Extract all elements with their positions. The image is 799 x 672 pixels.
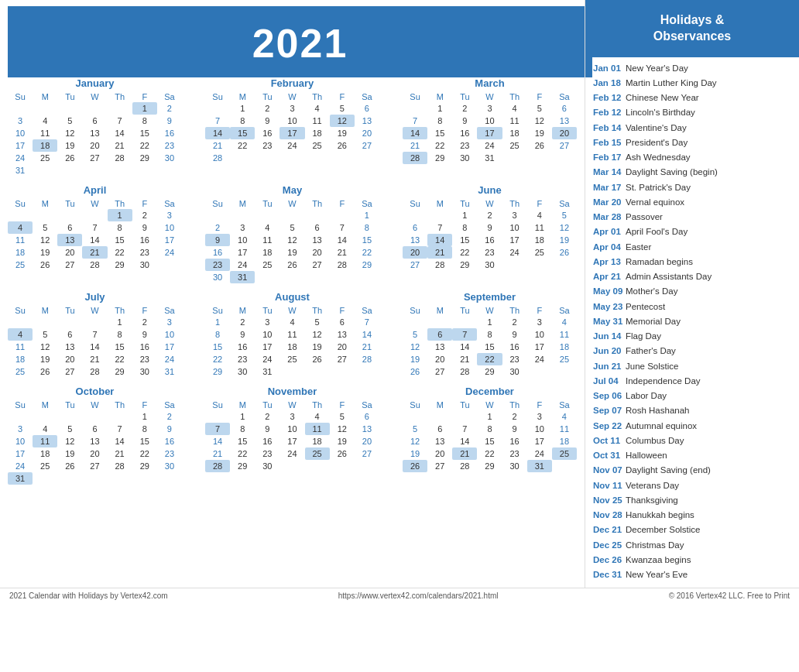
cal-day (255, 271, 279, 283)
cal-day: 6 (82, 115, 107, 127)
day-header-su: Su (205, 91, 230, 102)
cal-day: 5 (305, 316, 330, 328)
cal-day (57, 102, 82, 115)
day-header-m: M (427, 91, 452, 102)
cal-day: 5 (57, 423, 82, 435)
cal-day (157, 164, 182, 177)
holiday-date: Feb 12 (593, 91, 626, 105)
cal-day: 20 (355, 435, 379, 447)
cal-day: 29 (205, 365, 230, 378)
cal-day: 25 (502, 139, 527, 152)
cal-day: 6 (355, 410, 379, 423)
day-header-m: M (230, 399, 255, 410)
cal-day: 17 (279, 127, 304, 139)
cal-day: 5 (403, 328, 427, 341)
holiday-name: Ramadan begins (626, 255, 693, 269)
cal-day (552, 460, 577, 472)
cal-day: 26 (403, 460, 427, 472)
holiday-date: Dec 26 (593, 554, 626, 567)
cal-day: 7 (82, 328, 107, 341)
day-header-w: W (82, 305, 107, 316)
day-header-sa: Sa (355, 198, 379, 209)
cal-day: 8 (427, 115, 452, 127)
cal-day: 3 (477, 102, 502, 115)
cal-day (255, 209, 279, 221)
day-header-th: Th (502, 198, 527, 209)
cal-day: 2 (157, 410, 182, 423)
cal-day (403, 209, 427, 221)
holiday-item: Jul 04Independence Day (593, 375, 791, 388)
day-header-su: Su (403, 399, 427, 410)
cal-day (33, 410, 57, 423)
day-header-th: Th (305, 305, 330, 316)
cal-day: 26 (279, 259, 304, 271)
cal-day: 29 (132, 460, 157, 472)
cal-day: 9 (502, 423, 527, 435)
cal-day: 4 (33, 115, 57, 127)
cal-day: 22 (132, 139, 157, 152)
cal-day: 13 (427, 341, 452, 353)
month-title-february: February (205, 77, 379, 89)
cal-day (57, 472, 82, 485)
cal-day: 6 (427, 423, 452, 435)
cal-day: 29 (108, 259, 132, 271)
cal-day (305, 365, 330, 378)
holiday-item: Sep 07Rosh Hashanah (593, 404, 791, 417)
month-title-may: May (205, 184, 379, 196)
holiday-date: Jun 21 (593, 360, 626, 373)
cal-table-november: SuMTuWThFSa12345678910111213141516171819… (205, 399, 379, 472)
holiday-date: Oct 31 (593, 449, 626, 462)
day-header-w: W (279, 399, 304, 410)
holiday-name: Veterans Day (626, 479, 679, 492)
cal-day: 14 (108, 127, 132, 139)
cal-day: 21 (82, 353, 107, 365)
cal-day: 2 (205, 221, 230, 234)
day-header-th: Th (108, 198, 132, 209)
cal-day: 4 (552, 316, 577, 328)
months-container: JanuarySuMTuWThFSa1234567891011121314151… (8, 77, 577, 485)
day-header-f: F (330, 305, 355, 316)
cal-day: 28 (452, 365, 477, 378)
day-header-tu: Tu (57, 91, 82, 102)
cal-day: 1 (132, 410, 157, 423)
cal-day: 20 (57, 246, 82, 259)
cal-day: 11 (305, 423, 330, 435)
cal-day: 19 (527, 127, 552, 139)
cal-day: 7 (205, 115, 230, 127)
cal-table-july: SuMTuWThFSa12345678910111213141516171819… (8, 305, 182, 378)
holiday-name: Independence Day (626, 375, 701, 388)
cal-day: 29 (427, 152, 452, 164)
cal-day: 9 (452, 115, 477, 127)
cal-day: 28 (82, 259, 107, 271)
cal-day: 30 (205, 271, 230, 283)
cal-day: 26 (305, 353, 330, 365)
cal-day: 21 (355, 341, 379, 353)
cal-day: 26 (57, 460, 82, 472)
holiday-name: Ash Wednesday (626, 151, 691, 164)
cal-day: 3 (527, 410, 552, 423)
cal-day: 13 (355, 423, 379, 435)
holiday-item: May 31Memorial Day (593, 315, 791, 328)
cal-day (330, 209, 355, 221)
cal-day: 2 (452, 102, 477, 115)
cal-day: 28 (403, 152, 427, 164)
cal-day: 31 (8, 472, 33, 485)
day-header-tu: Tu (57, 305, 82, 316)
day-header-sa: Sa (552, 198, 577, 209)
cal-day: 27 (403, 259, 427, 271)
cal-day (57, 410, 82, 423)
day-header-sa: Sa (355, 399, 379, 410)
cal-day: 14 (82, 234, 107, 246)
cal-day: 13 (427, 435, 452, 447)
cal-day (82, 102, 107, 115)
cal-day: 8 (132, 423, 157, 435)
cal-day: 12 (57, 127, 82, 139)
holiday-name: December Solstice (626, 523, 701, 537)
cal-day: 4 (527, 209, 552, 221)
cal-day: 1 (477, 316, 502, 328)
cal-day: 19 (279, 246, 304, 259)
cal-day: 31 (157, 365, 182, 378)
cal-day: 26 (527, 139, 552, 152)
day-header-w: W (279, 305, 304, 316)
cal-day: 20 (427, 447, 452, 460)
